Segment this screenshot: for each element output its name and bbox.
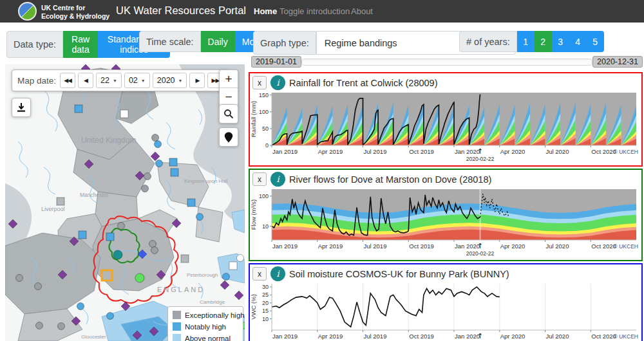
years-label: # of years: [459, 31, 517, 52]
station-marker-diamond[interactable] [151, 152, 160, 161]
date-back-button[interactable]: ◀ [78, 73, 93, 88]
station-marker-circle[interactable] [107, 313, 114, 320]
map-label: United Kingdom [81, 136, 136, 145]
station-marker-square[interactable] [57, 198, 64, 205]
station-marker-circle[interactable] [58, 323, 65, 330]
attribution: © UKCEH [614, 149, 638, 155]
station-marker-circle[interactable] [223, 273, 230, 281]
slider-end-handle[interactable]: 2020-12-31 [592, 56, 643, 68]
svg-text:Jul 2019: Jul 2019 [364, 243, 387, 250]
svg-text:Jul 2020: Jul 2020 [546, 333, 569, 340]
time-scale-label: Time scale: [139, 31, 201, 52]
nav-toggle-introduction[interactable]: Toggle introduction [279, 6, 350, 16]
raw-data-button[interactable]: Raw data [63, 31, 98, 58]
nav-about[interactable]: About [351, 6, 373, 16]
map-panel[interactable]: United KingdomLiverpoolManchesterKingsto… [5, 64, 245, 341]
station-dove-soil[interactable] [106, 233, 114, 241]
station-marker-square[interactable] [171, 169, 178, 176]
legend-item: Above normal [173, 334, 238, 341]
years-group: # of years: 1 2 3 4 5 [459, 31, 604, 52]
svg-text:10: 10 [262, 316, 269, 322]
station-marker-circle[interactable] [196, 214, 204, 221]
date-fast-back-button[interactable]: ◀◀ [60, 73, 75, 88]
svg-text:Jul 2019: Jul 2019 [364, 333, 387, 340]
zoom-in-button[interactable]: + [220, 70, 238, 88]
station-marker-circle[interactable] [151, 247, 158, 254]
map-search-button[interactable] [219, 104, 238, 124]
svg-text:Jul 2019: Jul 2019 [364, 148, 387, 155]
station-marker-square[interactable] [75, 105, 82, 113]
station-marker-square[interactable] [187, 199, 195, 207]
station-marker-square[interactable] [181, 255, 189, 263]
station-marker-square[interactable] [229, 262, 237, 270]
years-button-4[interactable]: 4 [569, 31, 587, 52]
station-marker-circle[interactable] [152, 134, 159, 142]
chart-plot: 10100Flow (m³/s)Jan 2019Apr 2019Jul 2019… [250, 187, 640, 257]
ukceh-logo-icon [18, 2, 37, 21]
chart-close-button[interactable]: x [252, 172, 267, 186]
station-marker-circle[interactable] [142, 185, 149, 192]
svg-text:Oct 2020: Oct 2020 [591, 148, 616, 155]
svg-text:Jul 2020: Jul 2020 [546, 243, 569, 250]
charts-column: xiRainfall for Trent at Colwick (28009)0… [249, 72, 643, 341]
nav-home[interactable]: Home [254, 6, 277, 16]
svg-text:Rainfall (mm): Rainfall (mm) [250, 101, 257, 137]
station-marker-circle[interactable] [144, 173, 151, 180]
station-marker-square[interactable] [79, 231, 86, 239]
slider-track[interactable] [301, 59, 592, 66]
years-button-2[interactable]: 2 [535, 31, 552, 52]
years-button-1[interactable]: 1 [517, 31, 535, 52]
day-select[interactable]: 22 ▼ [96, 73, 122, 88]
map-label: Gloucester [81, 334, 106, 340]
daily-button[interactable]: Daily [201, 31, 235, 52]
station-marker-circle[interactable] [16, 275, 23, 282]
station-marker-circle[interactable] [149, 241, 156, 248]
station-marker-circle[interactable] [156, 160, 163, 167]
station-marker-square[interactable] [169, 158, 177, 166]
station-marker-circle[interactable] [118, 223, 125, 230]
map-label: Cambridge [200, 299, 225, 305]
month-select[interactable]: 02 ▼ [124, 73, 150, 88]
svg-text:100: 100 [259, 193, 269, 199]
download-button[interactable] [12, 98, 31, 117]
svg-text:Jan 2019: Jan 2019 [272, 148, 298, 155]
svg-text:Jan 2020: Jan 2020 [455, 333, 480, 340]
year-select[interactable]: 2020 ▼ [153, 73, 187, 88]
legend-item: Notably high [173, 322, 238, 331]
svg-text:Oct 2019: Oct 2019 [409, 333, 434, 340]
chart-info-icon[interactable]: i [270, 266, 285, 281]
station-marker-circle[interactable] [237, 255, 244, 262]
chart-soil-moisture: xiSoil moisture COSMOS-UK for Bunny Park… [249, 263, 643, 341]
chart-close-button[interactable]: x [252, 267, 267, 281]
legend-label: Notably high [185, 323, 226, 331]
station-marker-circle[interactable] [36, 322, 43, 329]
chart-info-icon[interactable]: i [270, 172, 285, 187]
date-forward-button[interactable]: ▶ [189, 73, 205, 88]
cosmos-site[interactable] [135, 273, 144, 282]
chart-info-icon[interactable]: i [270, 75, 285, 90]
svg-text:Oct 2020: Oct 2020 [591, 333, 616, 340]
svg-text:Oct 2020: Oct 2020 [591, 243, 616, 250]
years-button-5[interactable]: 5 [587, 31, 604, 52]
svg-text:Apr 2020: Apr 2020 [500, 243, 526, 250]
zoom-out-button[interactable]: − [220, 88, 238, 106]
day-value: 22 [100, 76, 109, 85]
svg-text:Jan 2020: Jan 2020 [455, 243, 480, 250]
map-label: Peterborough [187, 272, 218, 278]
years-button-3[interactable]: 3 [552, 31, 569, 52]
chart-title: Rainfall for Trent at Colwick (28009) [289, 78, 438, 88]
station-marker-square[interactable] [120, 110, 128, 118]
chart-close-button[interactable]: x [252, 76, 267, 89]
station-marker-circle[interactable] [77, 303, 84, 310]
svg-text:Apr 2019: Apr 2019 [318, 148, 343, 155]
station-marker-circle[interactable] [35, 283, 42, 290]
svg-text:Jan 2019: Jan 2019 [272, 333, 298, 340]
year-value: 2020 [157, 76, 175, 85]
station-marker-diamond[interactable] [220, 281, 229, 290]
selected-flow-station[interactable] [113, 250, 122, 259]
slider-start-handle[interactable]: 2019-01-01 [251, 56, 301, 68]
map-label: Liverpool [41, 206, 65, 212]
station-marker-circle[interactable] [155, 141, 162, 148]
station-marker-diamond[interactable] [234, 291, 243, 300]
locate-pin-button[interactable] [219, 127, 238, 147]
